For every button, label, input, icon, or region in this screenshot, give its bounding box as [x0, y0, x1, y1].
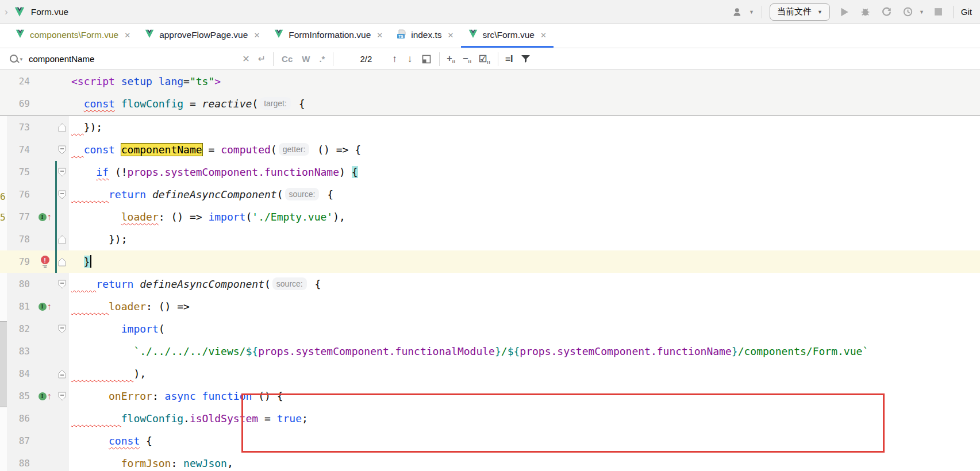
fold-marker-icon[interactable] [55, 318, 69, 340]
tab-label: FormInformation.vue [289, 30, 371, 40]
select-all-occurrences-icon[interactable]: ☑II [475, 53, 494, 65]
token: const [109, 435, 140, 447]
token: { [293, 98, 305, 110]
close-tab-icon[interactable]: ✕ [376, 31, 383, 40]
code-line-88[interactable]: formJson: newJson, [69, 452, 980, 471]
run-history-dropdown-icon[interactable]: ▼ [919, 9, 924, 15]
token [71, 457, 121, 469]
profile-dropdown-icon[interactable]: ▼ [749, 9, 754, 15]
search-icon[interactable]: ▼ [9, 54, 20, 64]
token: = [183, 98, 202, 110]
close-tab-icon[interactable]: ✕ [448, 31, 454, 40]
close-tab-icon[interactable]: ✕ [253, 31, 260, 40]
code-line-80[interactable]: return defineAsyncComponent(source: { [69, 273, 980, 295]
token [71, 345, 133, 357]
code-line-69[interactable]: const flowConfig = reactive(target: { [69, 92, 980, 115]
code-line-24[interactable]: <script setup lang="ts"> [69, 70, 980, 92]
implementation-marker-icon[interactable]: I↑ [34, 206, 55, 228]
code-row-82: 82 import( [0, 318, 980, 340]
code-row-73: 73 }); [0, 116, 980, 138]
fold-marker-icon[interactable] [55, 228, 69, 250]
token [71, 412, 121, 424]
search-input[interactable]: componentName [29, 54, 94, 64]
stop-icon[interactable] [932, 5, 946, 19]
gutter-icon-slot [34, 318, 55, 340]
code-line-75[interactable]: if (!props.systemComponent.functionName)… [69, 161, 980, 183]
fold-marker-icon[interactable] [55, 273, 69, 295]
coverage-icon[interactable] [880, 5, 894, 19]
code-line-76[interactable]: return defineAsyncComponent(source: { [69, 183, 980, 206]
clear-search-icon[interactable]: ✕ [238, 53, 253, 64]
previous-match-icon[interactable]: ↑ [387, 53, 402, 65]
remove-occurrence-icon[interactable]: −II [459, 53, 475, 64]
token: () => { [311, 144, 361, 156]
code-line-82[interactable]: import( [69, 318, 980, 340]
filter-icon[interactable] [516, 55, 535, 63]
fold-marker-icon[interactable] [55, 385, 69, 407]
matched-brace-highlight: } [84, 256, 90, 268]
fold-marker-icon[interactable] [55, 183, 69, 206]
token [71, 233, 109, 245]
gutter-icon-slot [34, 273, 55, 295]
annotation-red-box [241, 393, 885, 453]
run-history-icon[interactable] [901, 5, 915, 19]
code-line-79[interactable]: } [69, 250, 980, 273]
editor-tab-index.ts[interactable]: TSindex.ts✕ [390, 24, 460, 48]
selection-lines-icon[interactable]: ≡I [502, 54, 517, 64]
editor-tab-FormInformation.vue[interactable]: FormInformation.vue✕ [267, 24, 390, 48]
implementation-marker-icon[interactable]: I↑ [34, 295, 55, 318]
open-in-find-window-icon[interactable] [417, 55, 436, 64]
whole-words-toggle[interactable]: W [297, 54, 314, 64]
line-number: 74 [7, 138, 34, 161]
vue-file-icon [144, 29, 155, 41]
add-occurrence-icon[interactable]: +II [443, 53, 459, 64]
token: }); [109, 233, 128, 245]
line-number: 85 [7, 385, 34, 407]
run-config-selector[interactable]: 当前文件 ▼ [770, 3, 830, 21]
token: import [121, 323, 159, 335]
code-line-84[interactable]: ), [69, 362, 980, 385]
code-row-74: 74 const componentName = computed(getter… [0, 138, 980, 161]
token: ( [264, 278, 271, 290]
token: = [183, 75, 190, 87]
next-match-icon[interactable]: ↓ [402, 53, 418, 65]
token: = [202, 144, 221, 156]
newline-icon[interactable]: ↵ [254, 53, 270, 64]
editor-tab-src-Form.vue[interactable]: src\Form.vue✕ [461, 24, 554, 48]
code-line-74[interactable]: const componentName = computed(getter: (… [69, 138, 980, 161]
fold-marker-icon[interactable] [55, 138, 69, 161]
error-marker-icon[interactable]: ! [34, 250, 55, 273]
code-line-78[interactable]: }); [69, 228, 980, 250]
token: { [309, 278, 321, 290]
code-row-78: 78 }); [0, 228, 980, 250]
code-row-88: 88 formJson: newJson, [0, 452, 980, 471]
code-line-81[interactable]: loader: () => [69, 295, 980, 318]
editor-tab-components-Form.vue[interactable]: components\Form.vue✕ [8, 24, 137, 48]
debug-icon[interactable] [859, 5, 873, 19]
fold-marker-icon[interactable] [55, 362, 69, 385]
code-row-24: 24<script setup lang="ts"> [0, 70, 980, 92]
editor-tab-approveFlowPage.vue[interactable]: approveFlowPage.vue✕ [137, 24, 267, 48]
fold-marker-icon[interactable] [55, 116, 69, 138]
token [71, 323, 121, 335]
run-icon[interactable] [837, 5, 851, 19]
token [115, 75, 121, 87]
vue-file-icon [13, 5, 26, 19]
regex-toggle[interactable]: .* [314, 54, 329, 64]
code-line-73[interactable]: }); [69, 116, 980, 138]
line-number: 24 [7, 70, 34, 92]
tab-label: approveFlowPage.vue [159, 30, 248, 40]
close-tab-icon[interactable]: ✕ [124, 31, 130, 40]
implementation-marker-icon[interactable]: I↑ [34, 385, 55, 407]
match-case-toggle[interactable]: Cc [277, 54, 297, 64]
code-editor[interactable]: 6.565 24<script setup lang="ts">69 const… [0, 70, 980, 471]
profile-icon[interactable] [731, 5, 745, 19]
git-menu[interactable]: Git [961, 7, 972, 17]
fold-slot [55, 340, 69, 362]
token: formJson [121, 457, 171, 469]
fold-marker-icon[interactable] [55, 250, 69, 273]
code-line-83[interactable]: `./../../../views/${props.systemComponen… [69, 340, 980, 362]
close-tab-icon[interactable]: ✕ [540, 31, 547, 40]
fold-marker-icon[interactable] [55, 161, 69, 183]
code-line-77[interactable]: loader: () => import('./Empty.vue'), [69, 206, 980, 228]
